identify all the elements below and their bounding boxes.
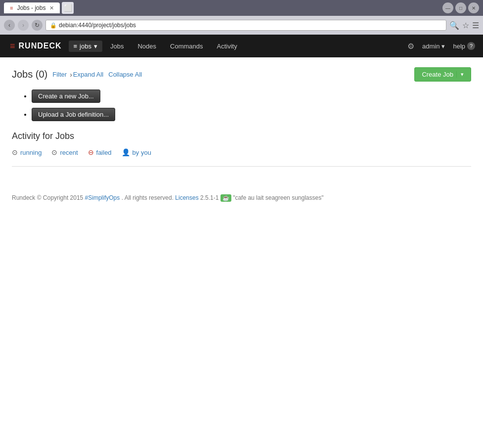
- failed-icon: ⊖: [88, 148, 94, 156]
- close-button[interactable]: ✕: [468, 2, 479, 13]
- app-navbar: ≡ RUNDECK ≡ jobs ▾ Jobs Nodes Commands A…: [0, 35, 483, 57]
- page-title: Jobs (0): [12, 69, 47, 80]
- footer-tagline: "cafe au lait seagreen sunglasses": [233, 194, 323, 201]
- nav-jobs-link[interactable]: Jobs: [103, 43, 131, 50]
- rundeck-logo-icon: ≡: [10, 41, 16, 51]
- create-new-job-button[interactable]: Create a new Job...: [32, 90, 100, 103]
- new-tab-button[interactable]: ⬜: [62, 2, 74, 14]
- by-you-filter-link[interactable]: 👤 by you: [122, 148, 151, 156]
- address-text: debian:4440/project/jobs/jobs: [59, 22, 136, 29]
- activity-filters: ⊙ running ⊙ recent ⊖ failed 👤 by you: [12, 148, 471, 156]
- simplify-ops-link[interactable]: #SimplifyOps: [85, 194, 120, 201]
- admin-caret-icon: ▾: [441, 43, 445, 50]
- footer: Rundeck © Copyright 2015 #SimplifyOps . …: [0, 186, 483, 210]
- footer-version: 2.5.1-1: [200, 194, 219, 201]
- browser-right-icons: 🔍 ☆ ☰: [449, 21, 479, 30]
- help-icon: ?: [467, 42, 475, 50]
- create-job-button[interactable]: Create Job ▾: [414, 67, 471, 82]
- back-button[interactable]: ‹: [4, 20, 15, 31]
- tab-close-icon[interactable]: ✕: [49, 5, 54, 11]
- browser-controls: ‹ › ↻ 🔒 debian:4440/project/jobs/jobs 🔍 …: [0, 16, 483, 35]
- tab-favicon-icon: ≡: [10, 5, 13, 11]
- search-icon[interactable]: 🔍: [449, 21, 459, 30]
- app-logo: ≡ RUNDECK: [4, 41, 68, 51]
- create-job-dropdown-caret-icon: ▾: [456, 71, 464, 78]
- maximize-button[interactable]: □: [455, 2, 466, 13]
- nav-activity-link[interactable]: Activity: [210, 43, 244, 50]
- upload-job-item: Upload a Job definition...: [32, 108, 471, 121]
- lock-icon: 🔒: [50, 22, 57, 29]
- browser-chrome: ≡ Jobs - jobs ✕ ⬜ — □ ✕ ‹ › ↻ 🔒 debian:4…: [0, 0, 483, 210]
- create-new-job-item: Create a new Job...: [32, 90, 471, 103]
- running-label: running: [20, 149, 42, 156]
- recent-icon: ⊙: [51, 148, 57, 156]
- jobs-dropdown-label: jobs: [80, 43, 91, 50]
- recent-label: recent: [60, 149, 78, 156]
- menu-icon[interactable]: ☰: [472, 21, 479, 30]
- footer-copyright: Rundeck © Copyright 2015: [12, 194, 83, 201]
- address-bar[interactable]: 🔒 debian:4440/project/jobs/jobs: [45, 20, 446, 31]
- app-logo-text: RUNDECK: [19, 42, 62, 50]
- expand-arrow-icon: ›: [70, 71, 72, 79]
- help-label: help: [453, 43, 465, 50]
- upload-job-button[interactable]: Upload a Job definition...: [32, 108, 115, 121]
- coffee-badge: ☕: [220, 194, 231, 202]
- tab-title: Jobs - jobs: [17, 4, 45, 11]
- failed-label: failed: [96, 149, 112, 156]
- footer-rights: . All rights reserved.: [122, 194, 174, 201]
- nav-commands-link[interactable]: Commands: [163, 43, 210, 50]
- create-job-label: Create Job: [422, 71, 453, 78]
- filter-link[interactable]: Filter: [52, 71, 67, 78]
- collapse-all-link[interactable]: Collapse All: [108, 71, 142, 78]
- job-actions-list: Create a new Job... Upload a Job definit…: [12, 90, 471, 121]
- nav-jobs-icon: ≡: [74, 43, 78, 50]
- reload-button[interactable]: ↻: [32, 20, 43, 31]
- browser-tab: ≡ Jobs - jobs ✕: [4, 2, 60, 13]
- jobs-dropdown-button[interactable]: ≡ jobs ▾: [69, 41, 102, 52]
- section-divider: [12, 166, 471, 167]
- settings-icon[interactable]: ⚙: [403, 42, 418, 51]
- jobs-dropdown-caret-icon: ▾: [94, 43, 97, 50]
- expand-collapse-controls: › Expand All Collapse All: [70, 71, 142, 79]
- forward-button[interactable]: ›: [18, 20, 29, 31]
- recent-filter-link[interactable]: ⊙ recent: [51, 148, 78, 156]
- admin-dropdown-button[interactable]: admin ▾: [418, 43, 449, 50]
- running-filter-link[interactable]: ⊙ running: [12, 148, 42, 156]
- page-header: Jobs (0) Filter › Expand All Collapse Al…: [12, 67, 471, 82]
- by-you-label: by you: [132, 149, 151, 156]
- nav-nodes-link[interactable]: Nodes: [131, 43, 163, 50]
- running-icon: ⊙: [12, 148, 18, 156]
- expand-all-link[interactable]: Expand All: [73, 71, 103, 78]
- activity-title: Activity for Jobs: [12, 131, 471, 141]
- activity-section: Activity for Jobs ⊙ running ⊙ recent ⊖ f…: [12, 131, 471, 156]
- browser-titlebar: ≡ Jobs - jobs ✕ ⬜ — □ ✕: [0, 0, 483, 16]
- admin-label: admin: [422, 43, 439, 50]
- licenses-link[interactable]: Licenses: [175, 194, 198, 201]
- failed-filter-link[interactable]: ⊖ failed: [88, 148, 112, 156]
- minimize-button[interactable]: —: [442, 2, 453, 13]
- page-content: Jobs (0) Filter › Expand All Collapse Al…: [0, 57, 483, 186]
- help-button[interactable]: help ?: [449, 42, 479, 50]
- bookmark-star-icon[interactable]: ☆: [462, 21, 469, 30]
- person-icon: 👤: [122, 148, 130, 156]
